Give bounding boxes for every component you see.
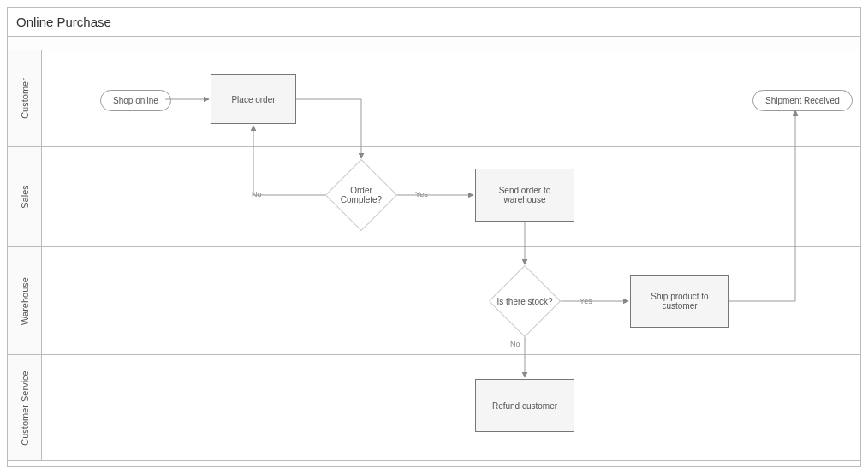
- node-place-order: Place order: [211, 74, 296, 124]
- node-refund: Refund customer: [475, 379, 574, 432]
- node-shipment-received: Shipment Received: [752, 90, 853, 111]
- node-send-order: Send order to warehouse: [475, 169, 574, 222]
- swimlane-diagram: Online Purchase Customer Shop online Pla…: [7, 7, 861, 467]
- lanes-container: Customer Shop online Place order Shipmen…: [8, 50, 860, 461]
- node-shop-online: Shop online: [100, 90, 171, 111]
- lane-label-customer: Customer: [8, 50, 42, 146]
- edge-label-no-2: No: [510, 340, 520, 348]
- lane-label-sales: Sales: [8, 147, 42, 246]
- decision-label: Order Complete?: [331, 186, 391, 204]
- lane-customer: Customer Shop online Place order Shipmen…: [8, 50, 860, 147]
- lane-label-text: Warehouse: [20, 277, 30, 325]
- node-order-complete: Order Complete?: [325, 159, 397, 231]
- lane-customer-service: Customer Service Refund customer: [8, 355, 860, 461]
- edge-label-yes-2: Yes: [580, 297, 592, 305]
- node-ship-product: Ship product to customer: [630, 275, 729, 328]
- decision-label: Is there stock?: [496, 297, 552, 306]
- lane-label-warehouse: Warehouse: [8, 247, 42, 354]
- diagram-title: Online Purchase: [8, 8, 860, 37]
- lane-label-text: Sales: [20, 185, 30, 209]
- diagram-spacer: [8, 37, 860, 50]
- edge-label-no-1: No: [252, 190, 262, 198]
- lane-label-service: Customer Service: [8, 355, 42, 460]
- lane-label-text: Customer Service: [20, 370, 30, 445]
- lane-warehouse: Warehouse Is there stock? Ship product t…: [8, 247, 860, 355]
- lane-label-text: Customer: [20, 78, 30, 119]
- edge-label-yes-1: Yes: [415, 190, 428, 198]
- node-is-stock: Is there stock?: [489, 265, 561, 337]
- lane-sales: Sales Order Complete? Send order to ware…: [8, 147, 860, 247]
